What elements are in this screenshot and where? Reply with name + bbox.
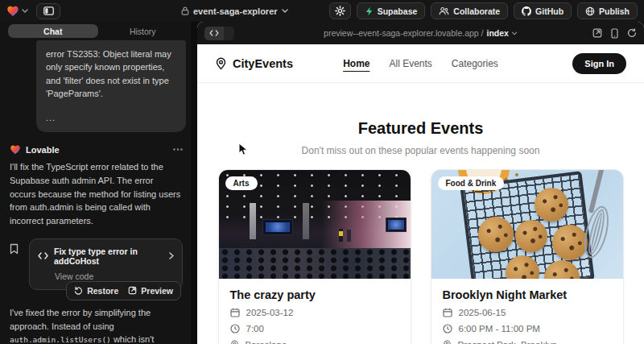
lovable-heart-icon — [6, 5, 19, 17]
toggle-sidebar-button[interactable] — [36, 3, 60, 19]
code-icon — [38, 252, 48, 259]
message-options-icon[interactable] — [173, 148, 183, 151]
event-title: Brooklyn Night Market — [443, 288, 612, 301]
bookmark-icon[interactable] — [10, 243, 19, 255]
collaborate-button[interactable]: Collaborate — [431, 2, 508, 19]
lovable-heart-icon — [10, 144, 21, 155]
people-icon — [439, 6, 449, 15]
open-in-new-tab-icon[interactable] — [592, 28, 602, 38]
event-date: 2025-06-15 — [443, 308, 612, 317]
assistant-header: Lovable — [10, 144, 186, 155]
calendar-icon — [230, 308, 240, 317]
preview-view-button[interactable] — [224, 27, 234, 40]
settings-button[interactable] — [329, 2, 351, 19]
assistant-followup-text: I've fixed the error by simplifying the … — [10, 306, 186, 344]
project-name: event-saga-explorer — [193, 6, 278, 16]
lovable-logo-menu[interactable] — [6, 5, 28, 17]
map-pin-icon — [443, 340, 452, 344]
hero-title: Featured Events — [197, 119, 644, 138]
event-time: 7:00 — [230, 324, 399, 334]
restore-button[interactable]: Restore — [74, 286, 118, 296]
assistant-name: Lovable — [26, 145, 60, 155]
tab-chat[interactable]: Chat — [8, 24, 98, 38]
event-image-cookies: Food & Drink — [431, 170, 623, 279]
category-badge: Arts — [225, 176, 258, 190]
restore-icon — [74, 286, 83, 295]
event-image-concert: Arts — [219, 170, 411, 279]
site-viewport: CityEvents Home All Events Categories Si… — [197, 44, 644, 344]
event-card[interactable]: Arts The crazy party 2025-03-12 — [218, 169, 411, 344]
tab-history[interactable]: History — [98, 24, 188, 38]
github-icon — [522, 6, 531, 16]
brand-name: CityEvents — [233, 57, 293, 70]
url-host: preview--event-saga-explorer.lovable.app… — [324, 28, 483, 38]
user-message-bubble: error TS2353: Object literal may only sp… — [36, 40, 186, 132]
assistant-intro-text: I'll fix the TypeScript error related to… — [10, 160, 186, 228]
hero-section: Featured Events Don't miss out on these … — [197, 119, 644, 156]
preview-url[interactable]: preview--event-saga-explorer.lovable.app… — [324, 28, 518, 38]
nav-link-home[interactable]: Home — [343, 58, 369, 69]
code-change-title: Fix type type error in addCoHost — [54, 247, 163, 266]
chat-tabs: Chat History — [8, 24, 188, 38]
external-link-icon — [128, 286, 137, 295]
nav-link-categories[interactable]: Categories — [452, 58, 498, 69]
event-location: Prospect Park, Brooklyn — [443, 340, 612, 344]
lock-icon — [181, 6, 189, 15]
event-location: Barcelone — [230, 340, 399, 344]
event-card[interactable]: Food & Drink Brooklyn Night Market 2025-… — [431, 169, 624, 344]
chat-panel: Chat History error TS2353: Object litera… — [0, 22, 191, 344]
clock-icon — [443, 324, 452, 334]
inline-code: auth.admin.listUsers() — [10, 335, 111, 344]
event-time: 6:00 PM - 11:00 PM — [443, 324, 612, 334]
code-view-button[interactable] — [204, 27, 224, 40]
map-pin-icon — [230, 340, 239, 344]
clock-icon — [230, 324, 240, 334]
chevron-right-icon — [169, 252, 174, 259]
supabase-button[interactable]: Supabase — [357, 2, 426, 19]
chevron-down-icon — [22, 9, 28, 13]
lovable-app: event-saga-explorer — [0, 0, 644, 344]
sidebar-panel-icon — [43, 6, 54, 15]
user-message-ellipsis: ... — [46, 111, 176, 124]
refresh-icon[interactable] — [627, 28, 637, 38]
site-navbar: CityEvents Home All Events Categories Si… — [197, 44, 644, 83]
mobile-preview-icon[interactable] — [611, 28, 618, 39]
message-actions: Restore Preview — [66, 281, 181, 300]
github-button[interactable]: GitHub — [514, 2, 572, 19]
gear-icon — [335, 6, 345, 16]
hero-subtitle: Don't miss out on these popular events h… — [197, 145, 644, 156]
project-menu[interactable]: event-saga-explorer — [181, 0, 288, 22]
calendar-icon — [443, 308, 452, 317]
chevron-down-icon — [512, 31, 518, 35]
sign-in-button[interactable]: Sign In — [572, 53, 626, 74]
globe-icon — [585, 6, 595, 16]
category-badge: Food & Drink — [438, 176, 505, 190]
url-page: index — [487, 28, 509, 38]
map-pin-icon — [215, 57, 227, 70]
event-cards: Arts The crazy party 2025-03-12 — [218, 169, 624, 344]
site-nav-links: Home All Events Categories — [343, 58, 498, 69]
supabase-bolt-icon — [365, 6, 374, 16]
view-code-link[interactable]: View code — [55, 271, 174, 281]
code-view-toggle — [204, 27, 234, 40]
user-message-text: error TS2353: Object literal may only sp… — [46, 48, 176, 100]
event-date: 2025-03-12 — [230, 308, 399, 317]
preview-button[interactable]: Preview — [128, 286, 173, 296]
preview-toolbar: preview--event-saga-explorer.lovable.app… — [197, 22, 644, 44]
preview-panel: preview--event-saga-explorer.lovable.app… — [197, 22, 644, 344]
site-brand[interactable]: CityEvents — [215, 57, 293, 70]
topbar: event-saga-explorer — [0, 0, 644, 22]
event-title: The crazy party — [230, 288, 399, 301]
code-edit-entry: Fix type type error in addCoHost View co… — [10, 238, 183, 290]
nav-link-all-events[interactable]: All Events — [389, 58, 431, 69]
chevron-down-icon — [282, 9, 288, 13]
publish-button[interactable]: Publish — [577, 2, 638, 19]
